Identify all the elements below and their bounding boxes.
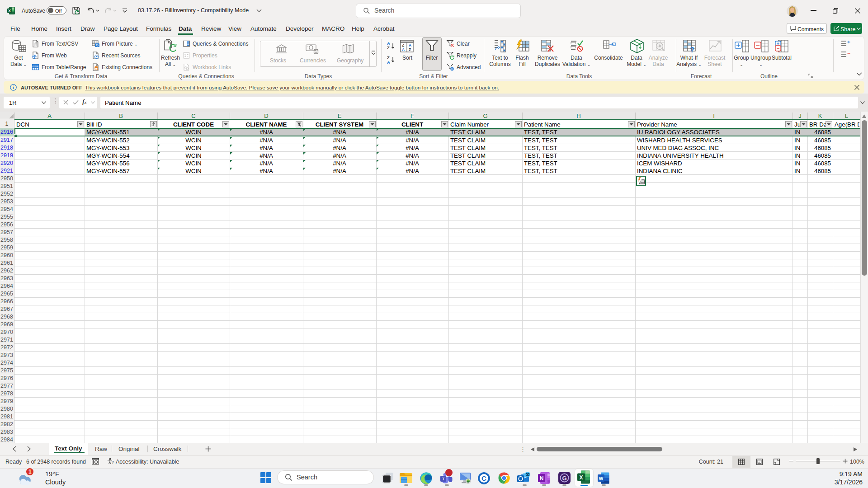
svg-text:A: A xyxy=(387,60,390,65)
svg-text:X: X xyxy=(579,474,583,481)
svg-text:X: X xyxy=(8,9,11,13)
svg-text:?: ? xyxy=(112,460,114,465)
svg-text:N: N xyxy=(540,475,544,482)
svg-text:Z: Z xyxy=(402,43,404,47)
svg-text:C: C xyxy=(481,474,486,482)
svg-text:T: T xyxy=(442,477,445,481)
svg-text:Z: Z xyxy=(409,47,411,52)
svg-text:A: A xyxy=(409,43,411,47)
svg-text:Z: Z xyxy=(387,45,390,50)
svg-text:G: G xyxy=(562,475,566,482)
svg-text:A: A xyxy=(402,47,405,52)
svg-text:?: ? xyxy=(690,46,694,54)
svg-text:W: W xyxy=(599,476,604,481)
